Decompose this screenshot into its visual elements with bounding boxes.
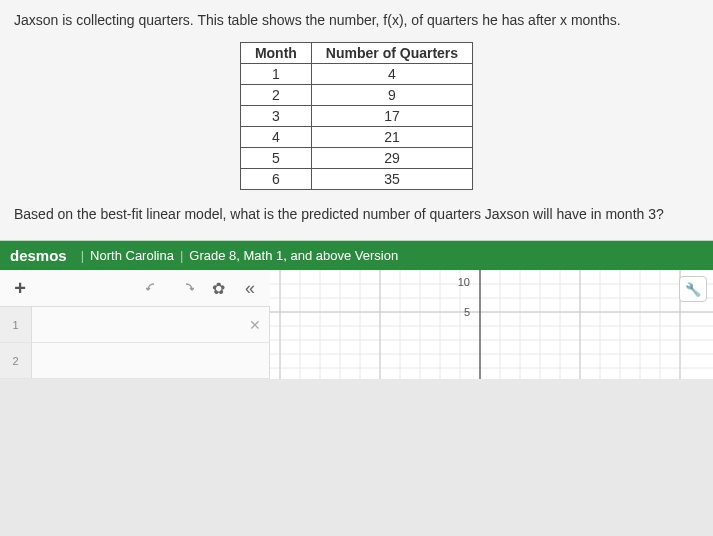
svg-text:5: 5	[464, 306, 470, 318]
desmos-logo: desmos	[10, 247, 67, 264]
divider: |	[180, 248, 183, 263]
cell-quarters: 9	[311, 85, 472, 106]
collapse-panel-button[interactable]: «	[234, 274, 266, 302]
chevron-left-icon: «	[245, 278, 255, 299]
settings-button[interactable]: ✿	[202, 274, 234, 302]
problem-question: Based on the best-fit linear model, what…	[14, 206, 699, 222]
divider: |	[81, 248, 84, 263]
table-header-quarters: Number of Quarters	[311, 43, 472, 64]
close-icon[interactable]: ✕	[249, 317, 261, 333]
undo-button[interactable]	[138, 274, 170, 302]
cell-quarters: 17	[311, 106, 472, 127]
expression-index: 1	[0, 307, 32, 342]
redo-button[interactable]	[170, 274, 202, 302]
graph-grid: -10 -5 0 5 10 10 5 -5	[270, 270, 713, 379]
table-row: 14	[240, 64, 472, 85]
expression-row[interactable]: 2	[0, 343, 269, 379]
cell-month: 2	[240, 85, 311, 106]
expression-input[interactable]: ✕	[32, 307, 269, 342]
table-row: 421	[240, 127, 472, 148]
cell-quarters: 29	[311, 148, 472, 169]
wrench-icon: 🔧	[685, 282, 701, 297]
cell-quarters: 4	[311, 64, 472, 85]
redo-icon	[178, 281, 194, 295]
cell-month: 3	[240, 106, 311, 127]
add-expression-button[interactable]: +	[4, 274, 36, 302]
table-row: 635	[240, 169, 472, 190]
table-row: 529	[240, 148, 472, 169]
desmos-header: desmos | North Carolina | Grade 8, Math …	[0, 241, 713, 270]
svg-text:10: 10	[458, 276, 470, 288]
cell-quarters: 35	[311, 169, 472, 190]
gear-icon: ✿	[212, 279, 225, 298]
cell-month: 4	[240, 127, 311, 148]
expression-index: 2	[0, 343, 32, 378]
cell-month: 6	[240, 169, 311, 190]
data-table: Month Number of Quarters 14 29 317 421 5…	[240, 42, 473, 190]
expression-row[interactable]: 1 ✕	[0, 307, 269, 343]
problem-intro: Jaxson is collecting quarters. This tabl…	[14, 12, 699, 28]
table-header-month: Month	[240, 43, 311, 64]
cell-month: 5	[240, 148, 311, 169]
table-row: 317	[240, 106, 472, 127]
cell-quarters: 21	[311, 127, 472, 148]
desmos-region: North Carolina	[90, 248, 174, 263]
desmos-calculator: desmos | North Carolina | Grade 8, Math …	[0, 241, 713, 379]
table-row: 29	[240, 85, 472, 106]
expression-input[interactable]	[32, 343, 269, 378]
graph-viewport[interactable]: 🔧	[270, 270, 713, 379]
undo-icon	[146, 281, 162, 295]
graph-settings-button[interactable]: 🔧	[679, 276, 707, 302]
expression-panel: 1 ✕ 2	[0, 307, 270, 379]
desmos-toolbar: + ✿ «	[0, 270, 270, 307]
cell-month: 1	[240, 64, 311, 85]
desmos-version: Grade 8, Math 1, and above Version	[189, 248, 398, 263]
